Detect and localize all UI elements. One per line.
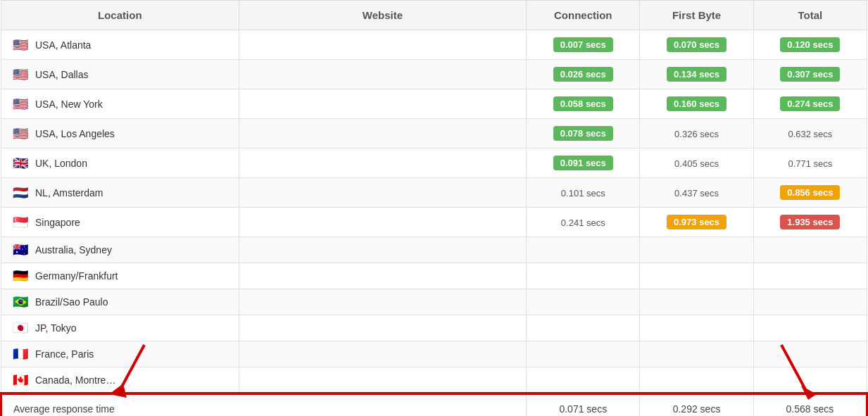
flag-icon: 🇧🇷	[13, 296, 30, 308]
table-row: 🇫🇷France, Paris	[1, 341, 867, 367]
location-cell: 🇩🇪Germany/Frankfurt	[1, 263, 239, 289]
location-name: Australia, Sydney	[35, 244, 112, 256]
performance-table-wrapper: Location Website Connection First Byte T…	[0, 0, 868, 416]
firstbyte-cell	[640, 263, 753, 289]
table-row: 🇺🇸USA, New York0.058 secs0.160 secs0.274…	[1, 89, 867, 119]
total-badge: 0.274 secs	[780, 96, 840, 111]
flag-icon: 🇺🇸	[13, 69, 30, 80]
website-cell	[239, 60, 527, 89]
connection-cell: 0.078 secs	[527, 119, 640, 149]
total-value: 0.771 secs	[788, 158, 832, 169]
flag-icon: 🇯🇵	[13, 322, 30, 334]
website-cell	[239, 89, 527, 119]
average-connection: 0.071 secs	[527, 394, 640, 417]
location-name: Canada, Montre…	[35, 374, 115, 386]
average-label: Average response time	[1, 394, 527, 417]
connection-badge: 0.007 secs	[553, 37, 613, 52]
connection-cell	[527, 289, 640, 315]
table-row: 🇺🇸USA, Atlanta0.007 secs0.070 secs0.120 …	[1, 30, 867, 60]
connection-cell	[527, 341, 640, 367]
firstbyte-cell	[640, 237, 753, 263]
website-cell	[239, 315, 527, 341]
total-badge: 0.856 secs	[780, 185, 840, 200]
firstbyte-badge: 0.134 secs	[667, 67, 727, 82]
header-connection: Connection	[527, 1, 640, 30]
location-cell: 🇦🇺Australia, Sydney	[1, 237, 239, 263]
location-name: France, Paris	[35, 348, 94, 360]
total-value: 0.632 secs	[788, 129, 832, 139]
connection-badge: 0.026 secs	[553, 67, 613, 82]
total-cell: 0.856 secs	[753, 178, 867, 208]
connection-cell: 0.058 secs	[527, 89, 640, 119]
location-cell: 🇺🇸USA, New York	[1, 89, 239, 119]
location-cell: 🇺🇸USA, Atlanta	[1, 30, 239, 60]
website-cell	[239, 119, 527, 149]
website-cell	[239, 367, 527, 394]
location-cell: 🇧🇷Brazil/Sao Paulo	[1, 289, 239, 315]
header-firstbyte: First Byte	[640, 1, 753, 30]
website-cell	[239, 178, 527, 208]
performance-table: Location Website Connection First Byte T…	[0, 0, 868, 416]
flag-icon: 🇸🇬	[13, 217, 30, 228]
connection-cell: 0.091 secs	[527, 149, 640, 178]
header-location: Location	[1, 1, 239, 30]
location-name: USA, Atlanta	[35, 39, 91, 51]
header-website: Website	[239, 1, 527, 30]
table-row: 🇸🇬Singapore0.241 secs0.973 secs1.935 sec…	[1, 208, 867, 237]
firstbyte-value: 0.405 secs	[674, 158, 719, 169]
firstbyte-badge: 0.070 secs	[667, 37, 727, 52]
firstbyte-cell: 0.437 secs	[640, 178, 753, 208]
connection-badge: 0.078 secs	[553, 126, 613, 141]
location-cell: 🇺🇸USA, Dallas	[1, 60, 239, 89]
firstbyte-badge: 0.973 secs	[667, 215, 727, 229]
flag-icon: 🇫🇷	[13, 348, 30, 360]
location-cell: 🇫🇷France, Paris	[1, 341, 239, 367]
firstbyte-cell: 0.405 secs	[640, 149, 753, 178]
flag-icon: 🇬🇧	[13, 158, 30, 169]
website-cell	[239, 30, 527, 60]
location-name: USA, New York	[35, 99, 103, 110]
firstbyte-cell	[640, 289, 753, 315]
total-badge: 1.935 secs	[780, 215, 840, 229]
location-cell: 🇸🇬Singapore	[1, 208, 239, 237]
total-cell	[753, 315, 867, 341]
location-name: USA, Dallas	[35, 69, 88, 80]
flag-icon: 🇩🇪	[13, 270, 30, 282]
header-total: Total	[753, 1, 867, 30]
firstbyte-cell	[640, 315, 753, 341]
total-cell	[753, 237, 867, 263]
flag-icon: 🇳🇱	[13, 187, 30, 198]
total-badge: 0.307 secs	[780, 67, 840, 82]
total-cell	[753, 367, 867, 394]
firstbyte-cell	[640, 341, 753, 367]
total-cell: 0.120 secs	[753, 30, 867, 60]
connection-badge: 0.058 secs	[553, 96, 613, 111]
total-cell: 0.307 secs	[753, 60, 867, 89]
table-row: 🇧🇷Brazil/Sao Paulo	[1, 289, 867, 315]
location-name: Brazil/Sao Paulo	[35, 296, 108, 308]
connection-cell	[527, 367, 640, 394]
table-row: 🇳🇱NL, Amsterdam0.101 secs0.437 secs0.856…	[1, 178, 867, 208]
connection-value: 0.241 secs	[561, 218, 605, 228]
location-cell: 🇬🇧UK, London	[1, 149, 239, 178]
total-cell	[753, 263, 867, 289]
website-cell	[239, 237, 527, 263]
location-name: Germany/Frankfurt	[35, 270, 118, 282]
location-name: Singapore	[35, 217, 80, 228]
firstbyte-value: 0.437 secs	[674, 188, 719, 198]
firstbyte-value: 0.326 secs	[674, 129, 719, 139]
connection-cell	[527, 315, 640, 341]
location-name: USA, Los Angeles	[35, 128, 115, 139]
total-cell: 0.274 secs	[753, 89, 867, 119]
location-cell: 🇯🇵JP, Tokyo	[1, 315, 239, 341]
firstbyte-cell: 0.134 secs	[640, 60, 753, 89]
flag-icon: 🇺🇸	[13, 128, 30, 139]
firstbyte-badge: 0.160 secs	[667, 96, 727, 111]
connection-cell: 0.101 secs	[527, 178, 640, 208]
website-cell	[239, 341, 527, 367]
table-row: 🇯🇵JP, Tokyo	[1, 315, 867, 341]
firstbyte-cell: 0.326 secs	[640, 119, 753, 149]
website-cell	[239, 289, 527, 315]
connection-badge: 0.091 secs	[553, 156, 613, 170]
website-cell	[239, 263, 527, 289]
